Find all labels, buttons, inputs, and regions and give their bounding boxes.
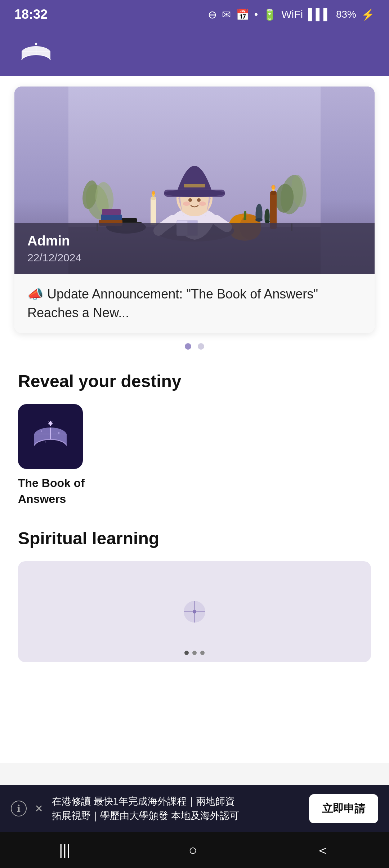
svg-point-42	[255, 218, 263, 222]
ad-cta-button[interactable]: 立即申請	[309, 794, 378, 823]
book-title-line2: Answers	[18, 491, 66, 507]
svg-point-37	[183, 201, 190, 206]
book-cover-answers	[18, 404, 83, 469]
destiny-section: Reveal your destiny	[0, 353, 389, 514]
book-item-answers[interactable]: The Book of Answers	[18, 404, 90, 506]
svg-point-28	[270, 191, 277, 195]
ad-text: 在港修讀 最快1年完成海外課程｜兩地師資拓展視野｜學歷由大學頒發 本地及海外認可	[52, 794, 302, 823]
carousel-card[interactable]: Admin 22/12/2024 📣 Update Announcement: …	[14, 87, 375, 333]
bottom-spacer	[0, 662, 389, 763]
logo-book-icon	[20, 43, 52, 62]
main-content: Admin 22/12/2024 📣 Update Announcement: …	[0, 76, 389, 763]
app-logo	[18, 41, 54, 63]
destiny-section-title: Reveal your destiny	[18, 371, 371, 391]
calendar-icon: 📅	[236, 8, 249, 21]
spiritual-dot-1	[184, 651, 189, 655]
svg-point-35	[188, 198, 192, 202]
carousel-text-area: 📣 Update Announcement: "The Book of Answ…	[14, 274, 375, 333]
carousel-author: Admin	[27, 233, 362, 249]
svg-rect-20	[151, 198, 156, 225]
spiritual-card[interactable]	[18, 561, 371, 662]
svg-point-38	[199, 201, 206, 206]
wifi-icon: WiFi	[281, 8, 303, 21]
spiritual-section: Spiritual learning	[0, 514, 389, 662]
ad-close-icon[interactable]: ×	[31, 801, 47, 816]
svg-point-50	[58, 432, 60, 434]
status-icons: ⊖ ✉ 📅 • 🔋 WiFi ▌▌▌ 83% ⚡	[208, 8, 375, 21]
dot-icon: •	[254, 8, 258, 21]
status-bar: 18:32 ⊖ ✉ 📅 • 🔋 WiFi ▌▌▌ 83% ⚡	[0, 0, 389, 29]
book-items-row: The Book of Answers	[18, 404, 371, 506]
app-header	[0, 29, 389, 76]
battery-level: 83%	[336, 9, 356, 20]
bottom-nav: ||| ○ ＜	[0, 832, 389, 868]
signal-icon: ▌▌▌	[308, 8, 331, 21]
svg-rect-26	[244, 211, 246, 217]
spiritual-dot-3	[200, 651, 205, 655]
carousel-section: Admin 22/12/2024 📣 Update Announcement: …	[0, 76, 389, 333]
nav-recents-button[interactable]: |||	[45, 838, 85, 862]
svg-point-36	[197, 198, 201, 202]
spiritual-dot-2	[192, 651, 197, 655]
spiritual-section-title: Spiritual learning	[18, 528, 371, 548]
battery-icon: 🔋	[263, 8, 276, 21]
ad-info-icon[interactable]: ℹ	[11, 801, 27, 816]
book-title-line1: The Book of	[18, 475, 85, 491]
spiritual-card-icon	[158, 597, 231, 626]
svg-point-49	[41, 430, 42, 432]
svg-point-22	[152, 191, 155, 195]
close-symbol: ×	[35, 801, 43, 816]
book-answers-icon	[31, 420, 70, 453]
carousel-date: 22/12/2024	[27, 252, 362, 264]
notification-icon: ⊖	[208, 8, 217, 21]
info-symbol: ℹ	[17, 803, 21, 814]
svg-point-43	[265, 220, 270, 223]
svg-point-29	[271, 185, 276, 189]
email-icon: ✉	[222, 8, 231, 21]
svg-point-40	[164, 190, 225, 197]
svg-rect-41	[184, 184, 205, 187]
ad-banner: ℹ × 在港修讀 最快1年完成海外課程｜兩地師資拓展視野｜學歷由大學頒發 本地及…	[0, 785, 389, 832]
carousel-dots	[0, 333, 389, 353]
svg-rect-19	[102, 209, 121, 215]
carousel-dot-2[interactable]	[198, 343, 204, 350]
charging-icon: ⚡	[361, 8, 375, 21]
spiritual-card-inner	[18, 561, 371, 662]
svg-rect-18	[101, 214, 122, 220]
carousel-dot-1[interactable]	[185, 343, 191, 350]
svg-point-51	[45, 442, 46, 443]
carousel-overlay: Admin 22/12/2024	[14, 223, 375, 274]
carousel-title: 📣 Update Announcement: "The Book of Answ…	[27, 285, 362, 322]
svg-point-21	[151, 196, 156, 200]
nav-home-button[interactable]: ○	[174, 838, 212, 862]
nav-back-button[interactable]: ＜	[301, 837, 344, 864]
spiritual-dots	[184, 651, 205, 655]
carousel-image: Admin 22/12/2024	[14, 87, 375, 274]
status-time: 18:32	[14, 7, 48, 22]
